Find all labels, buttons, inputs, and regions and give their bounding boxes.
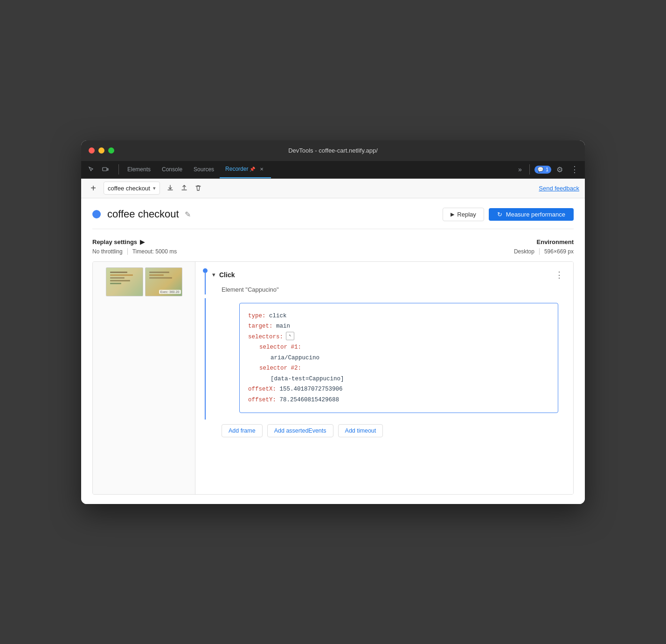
add-recording-button[interactable]: + <box>87 182 100 195</box>
window-title: DevTools - coffee-cart.netlify.app/ <box>288 147 378 154</box>
step-type-label: Click <box>219 271 235 279</box>
tab-separator <box>118 164 119 175</box>
svg-rect-1 <box>107 168 108 170</box>
close-button[interactable] <box>89 147 95 154</box>
screenshots-panel: Exec: 360.20 <box>93 262 195 494</box>
devtools-icon-group <box>85 163 112 176</box>
code-block-row: type: click target: main selectors: <box>195 298 573 420</box>
tab-console[interactable]: Console <box>156 161 188 178</box>
toolbar: + coffee checkout ▾ Send feedb <box>81 179 585 198</box>
add-asserted-events-button[interactable]: Add assertedEvents <box>267 424 333 437</box>
svg-rect-0 <box>103 168 107 171</box>
replay-settings-values: No throttling Timeout: 5000 ms <box>92 248 514 255</box>
step-panel: ▾ Click ⋮ Element "Cappucino" <box>195 262 573 494</box>
settings-icon[interactable]: ⚙ <box>553 163 566 176</box>
screenshot-thumbnails: Exec: 360.20 <box>106 267 182 296</box>
screenshot-lines-2 <box>149 272 178 280</box>
recording-selector[interactable]: coffee checkout ▾ <box>104 182 160 195</box>
screenshot-thumb-1 <box>106 267 143 296</box>
maximize-button[interactable] <box>108 147 114 154</box>
step-expand-icon[interactable]: ▾ <box>212 271 215 278</box>
step-line-area <box>203 285 208 294</box>
traffic-lights <box>89 147 114 154</box>
step-line-code <box>205 298 206 420</box>
edit-recording-title-icon[interactable]: ✎ <box>185 210 191 219</box>
step-subtitle-content: Element "Cappucino" <box>212 285 566 294</box>
recording-body: Exec: 360.20 ▾ Click <box>92 261 574 495</box>
settings-separator <box>127 248 128 255</box>
tab-recorder[interactable]: Recorder 📌 ✕ <box>220 161 271 178</box>
screenshot-timestamp: Exec: 360.20 <box>159 290 181 294</box>
send-feedback-link[interactable]: Send feedback <box>539 185 579 192</box>
code-line-selector2-key: selector #2: <box>259 363 549 374</box>
recording-title: coffee checkout <box>107 208 179 220</box>
code-line-selector1-val: aria/Cappucino <box>271 353 549 364</box>
tabbar-right: » 💬 1 ⚙ ⋮ <box>515 163 581 176</box>
chat-icon: 💬 <box>537 167 544 173</box>
measure-performance-button[interactable]: ↻ Measure performance <box>489 208 574 221</box>
tabbar: Elements Console Sources Recorder 📌 ✕ » … <box>81 161 585 179</box>
export-recording-button[interactable] <box>164 182 177 195</box>
env-separator <box>539 248 540 255</box>
step-subtitle-row: Element "Cappucino" <box>195 285 573 298</box>
screenshot-item: Exec: 360.20 <box>98 267 189 296</box>
code-line-selector2-val: [data-test=Cappucino] <box>271 374 549 385</box>
tab-elements[interactable]: Elements <box>122 161 156 178</box>
minimize-button[interactable] <box>98 147 104 154</box>
code-line-selectors: selectors: ↖ <box>248 332 549 343</box>
action-buttons-wrapper: Add frame Add assertedEvents Add timeout <box>212 420 566 437</box>
tab-close-icon[interactable]: ✕ <box>258 165 265 173</box>
performance-icon: ↻ <box>497 211 502 218</box>
devtools-window: DevTools - coffee-cart.netlify.app/ Elem… <box>81 140 585 504</box>
step-header-row: ▾ Click ⋮ <box>195 262 573 285</box>
chevron-down-icon: ▾ <box>153 185 156 191</box>
tab-separator-right <box>529 164 530 175</box>
code-line-offsetx: offsetX: 155.40187072753906 <box>248 384 549 395</box>
replay-settings-left: Replay settings ▶ No throttling Timeout:… <box>92 238 514 255</box>
code-line-target: target: main <box>248 321 549 332</box>
more-tabs-icon[interactable]: » <box>515 166 525 173</box>
code-block-wrapper: type: click target: main selectors: <box>212 298 566 420</box>
tab-sources[interactable]: Sources <box>188 161 220 178</box>
more-options-icon[interactable]: ⋮ <box>568 163 581 176</box>
step-content-header: ▾ Click ⋮ <box>212 268 566 285</box>
device-toolbar-icon[interactable] <box>99 163 112 176</box>
step-connector-area <box>203 268 208 285</box>
recording-status-dot <box>92 210 101 218</box>
settings-row: Replay settings ▶ No throttling Timeout:… <box>92 238 574 255</box>
screenshot-preview-1 <box>106 268 143 296</box>
code-line-selector1-key: selector #1: <box>259 342 549 353</box>
main-content: coffee checkout ✎ ▶ Replay ↻ Measure per… <box>81 198 585 504</box>
selector-cursor-icon[interactable]: ↖ <box>286 332 294 340</box>
recording-header: coffee checkout ✎ ▶ Replay ↻ Measure per… <box>92 208 574 229</box>
step-indicator <box>203 268 208 273</box>
step-menu-button[interactable]: ⋮ <box>553 268 566 281</box>
code-line-offsety: offsetY: 78.25460815429688 <box>248 395 549 406</box>
action-line-area <box>203 420 208 437</box>
add-timeout-button[interactable]: Add timeout <box>338 424 383 437</box>
replay-settings-header[interactable]: Replay settings ▶ <box>92 238 514 245</box>
step-element-label: Element "Cappucino" <box>222 286 279 293</box>
toolbar-icons <box>164 182 205 195</box>
screenshot-thumb-2: Exec: 360.20 <box>145 267 182 296</box>
pin-icon: 📌 <box>250 167 255 172</box>
environment-section: Environment Desktop 596×669 px <box>514 238 574 255</box>
titlebar: DevTools - coffee-cart.netlify.app/ <box>81 140 585 161</box>
environment-values: Desktop 596×669 px <box>514 248 574 255</box>
step-line-mid <box>205 285 206 294</box>
delete-recording-button[interactable] <box>192 182 205 195</box>
recording-selector-name: coffee checkout <box>108 185 150 192</box>
replay-button[interactable]: ▶ Replay <box>443 208 484 221</box>
code-line-area <box>203 298 208 420</box>
inspect-element-icon[interactable] <box>85 163 98 176</box>
code-block: type: click target: main selectors: <box>239 303 558 413</box>
add-frame-button[interactable]: Add frame <box>222 424 263 437</box>
settings-expand-icon: ▶ <box>140 238 145 245</box>
action-buttons: Add frame Add assertedEvents Add timeout <box>222 420 566 437</box>
code-line-type: type: click <box>248 311 549 322</box>
play-icon: ▶ <box>451 211 454 217</box>
import-recording-button[interactable] <box>178 182 191 195</box>
action-buttons-row: Add frame Add assertedEvents Add timeout <box>195 420 573 445</box>
step-vertical-line <box>205 273 206 285</box>
feedback-button[interactable]: 💬 1 <box>534 166 551 174</box>
